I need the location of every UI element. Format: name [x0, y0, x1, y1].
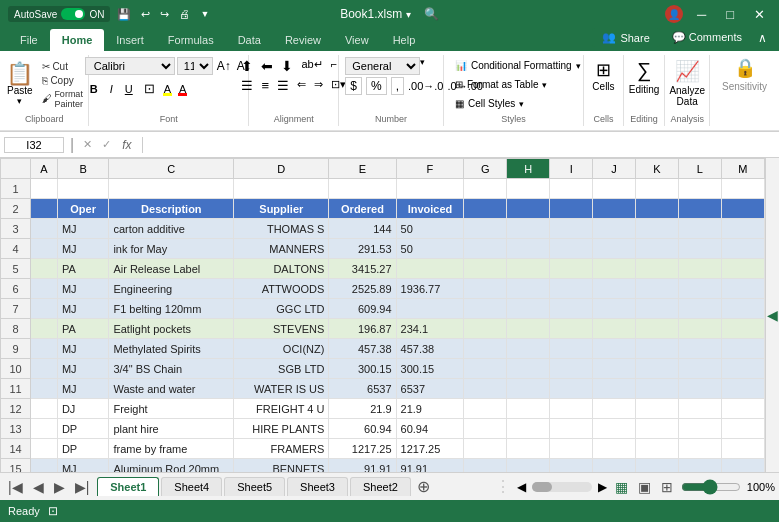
col-header-a[interactable]: A: [31, 159, 58, 179]
font-size-select[interactable]: 11: [177, 57, 213, 75]
cancel-formula-button[interactable]: ✕: [80, 138, 95, 151]
copy-button[interactable]: ⎘Copy: [39, 74, 86, 87]
table-cell[interactable]: carton additive: [109, 219, 234, 239]
table-cell[interactable]: plant hire: [109, 419, 234, 439]
cell-styles-button[interactable]: ▦ Cell Styles ▾: [450, 95, 577, 112]
table-cell[interactable]: [507, 319, 550, 339]
table-cell[interactable]: Air Release Label: [109, 259, 234, 279]
row-number[interactable]: 10: [1, 359, 31, 379]
table-cell[interactable]: [396, 179, 464, 199]
table-cell[interactable]: [507, 259, 550, 279]
table-cell[interactable]: ink for May: [109, 239, 234, 259]
table-cell[interactable]: ATTWOODS: [234, 279, 329, 299]
table-cell[interactable]: 609.94: [329, 299, 396, 319]
table-cell[interactable]: [550, 399, 593, 419]
table-cell[interactable]: [464, 259, 507, 279]
col-header-f[interactable]: F: [396, 159, 464, 179]
table-cell[interactable]: 1936.77: [396, 279, 464, 299]
sheet-tab[interactable]: Sheet2: [350, 477, 411, 496]
sheet-tab[interactable]: Sheet5: [224, 477, 285, 496]
underline-button[interactable]: U: [120, 81, 138, 97]
cf-chevron-icon[interactable]: ▾: [576, 61, 581, 71]
col-header-i[interactable]: I: [550, 159, 593, 179]
table-cell[interactable]: [635, 279, 678, 299]
table-cell[interactable]: [721, 339, 764, 359]
table-cell[interactable]: [31, 319, 58, 339]
table-cell[interactable]: MJ: [57, 219, 108, 239]
table-cell[interactable]: 457.38: [396, 339, 464, 359]
table-cell[interactable]: 1217.25: [396, 439, 464, 459]
table-cell[interactable]: [593, 299, 636, 319]
table-cell[interactable]: [507, 239, 550, 259]
col-header-e[interactable]: E: [329, 159, 396, 179]
table-cell[interactable]: [464, 319, 507, 339]
close-button[interactable]: ✕: [748, 5, 771, 24]
table-cell[interactable]: [464, 219, 507, 239]
number-format-select[interactable]: General: [345, 57, 420, 75]
tab-view[interactable]: View: [333, 29, 381, 51]
table-cell[interactable]: [507, 339, 550, 359]
cell-reference-input[interactable]: [4, 137, 64, 153]
table-cell[interactable]: [507, 199, 550, 219]
table-cell[interactable]: STEVENS: [234, 319, 329, 339]
right-collapse-icon[interactable]: ◀: [767, 307, 778, 323]
table-cell[interactable]: 91.91: [396, 459, 464, 473]
autosave-state-icon[interactable]: [61, 8, 85, 20]
table-cell[interactable]: BENNETS: [234, 459, 329, 473]
table-cell[interactable]: [635, 219, 678, 239]
table-cell[interactable]: [464, 339, 507, 359]
table-cell[interactable]: [635, 259, 678, 279]
col-header-j[interactable]: J: [593, 159, 636, 179]
table-cell[interactable]: [31, 419, 58, 439]
table-cell[interactable]: [635, 419, 678, 439]
table-cell[interactable]: frame by frame: [109, 439, 234, 459]
table-cell[interactable]: [550, 379, 593, 399]
table-cell[interactable]: [635, 299, 678, 319]
table-cell[interactable]: [678, 399, 721, 419]
format-as-table-button[interactable]: ⊞ Format as Table ▾: [450, 76, 577, 93]
table-cell[interactable]: 60.94: [396, 419, 464, 439]
table-cell[interactable]: MJ: [57, 299, 108, 319]
table-cell[interactable]: [507, 359, 550, 379]
table-cell[interactable]: [31, 259, 58, 279]
table-cell[interactable]: [464, 299, 507, 319]
table-cell[interactable]: 21.9: [329, 399, 396, 419]
row-number[interactable]: 7: [1, 299, 31, 319]
align-top-icon[interactable]: ⬆: [238, 57, 256, 75]
table-cell[interactable]: WATER IS US: [234, 379, 329, 399]
table-cell[interactable]: F1 belting 120mm: [109, 299, 234, 319]
table-cell[interactable]: [678, 239, 721, 259]
formula-input[interactable]: [149, 138, 776, 152]
table-cell[interactable]: [507, 419, 550, 439]
table-cell[interactable]: [635, 179, 678, 199]
table-cell[interactable]: [593, 279, 636, 299]
table-cell[interactable]: [396, 259, 464, 279]
col-header-h[interactable]: H: [507, 159, 550, 179]
collapse-ribbon-icon[interactable]: ∧: [754, 29, 771, 47]
share-button[interactable]: 👥 Share: [592, 28, 659, 47]
table-cell[interactable]: MJ: [57, 359, 108, 379]
table-cell[interactable]: [593, 319, 636, 339]
table-cell[interactable]: [109, 179, 234, 199]
table-cell[interactable]: Description: [109, 199, 234, 219]
row-number[interactable]: 6: [1, 279, 31, 299]
table-cell[interactable]: [635, 439, 678, 459]
table-cell[interactable]: 91.91: [329, 459, 396, 473]
table-cell[interactable]: [678, 219, 721, 239]
table-cell[interactable]: [721, 419, 764, 439]
quick-print-icon[interactable]: 🖨: [176, 6, 193, 22]
table-cell[interactable]: HIRE PLANTS: [234, 419, 329, 439]
table-cell[interactable]: MJ: [57, 279, 108, 299]
table-cell[interactable]: [593, 219, 636, 239]
table-cell[interactable]: [550, 179, 593, 199]
table-cell[interactable]: [464, 279, 507, 299]
search-icon[interactable]: 🔍: [424, 7, 439, 21]
table-cell[interactable]: 196.87: [329, 319, 396, 339]
table-cell[interactable]: [721, 179, 764, 199]
add-sheet-button[interactable]: ⊕: [411, 475, 436, 498]
table-cell[interactable]: [550, 299, 593, 319]
table-cell[interactable]: [464, 419, 507, 439]
table-cell[interactable]: [507, 179, 550, 199]
table-cell[interactable]: Invoiced: [396, 199, 464, 219]
table-cell[interactable]: PA: [57, 259, 108, 279]
